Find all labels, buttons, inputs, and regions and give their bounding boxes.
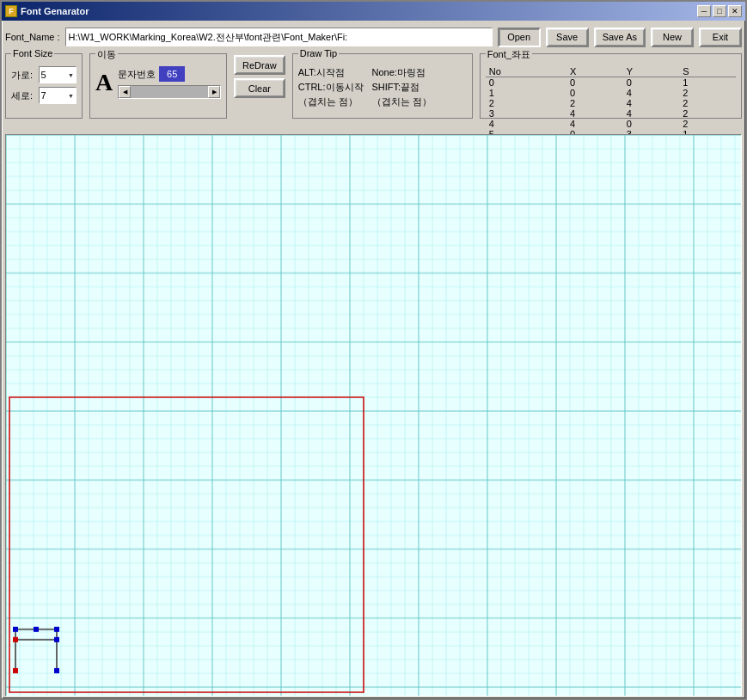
col-no: No bbox=[486, 66, 566, 77]
idong-group: 이동 A 문자번호 65 ◀ ▶ bbox=[89, 53, 227, 119]
draw-tip-label: Draw Tip bbox=[298, 48, 339, 58]
drawing-canvas[interactable] bbox=[6, 135, 741, 696]
redraw-clear-group: ReDraw Clear bbox=[234, 53, 285, 98]
font-size-group: Font Size 가로: 5 ▼ 세로: 7 ▼ bbox=[5, 53, 83, 119]
sero-row: 세로: 7 ▼ bbox=[11, 87, 77, 104]
app-icon: F bbox=[5, 5, 17, 17]
sero-label: 세로: bbox=[11, 89, 35, 102]
shift-desc: （겹치는 점） bbox=[372, 95, 432, 108]
garo-combo[interactable]: 5 ▼ bbox=[39, 66, 77, 83]
controls-row: Font Size 가로: 5 ▼ 세로: 7 ▼ bbox=[5, 53, 742, 131]
idong-inner: A 문자번호 65 ◀ ▶ bbox=[95, 66, 221, 99]
draw-tip-col-right: None:마링점 SHIFT:끝점 （겹치는 점） bbox=[372, 66, 432, 108]
big-a: A bbox=[95, 71, 113, 95]
garo-value: 5 bbox=[41, 70, 46, 80]
save-button[interactable]: Save bbox=[546, 28, 589, 47]
col-s: S bbox=[679, 66, 736, 77]
shift-tip: SHIFT:끝점 bbox=[372, 81, 432, 94]
none-tip: None:마링점 bbox=[372, 66, 432, 79]
draw-tip-col-left: ALT:시작점 CTRL:이동시작 （겹치는 점） bbox=[298, 66, 364, 108]
redraw-button[interactable]: ReDraw bbox=[234, 55, 285, 75]
munja-label: 문자번호 bbox=[118, 68, 156, 81]
col-x: X bbox=[566, 66, 623, 77]
scroll-track[interactable] bbox=[131, 86, 208, 98]
col-y: Y bbox=[623, 66, 680, 77]
exit-button[interactable]: Exit bbox=[699, 28, 742, 47]
garo-label: 가로: bbox=[11, 69, 35, 82]
font-name-label: Font_Name : bbox=[5, 32, 60, 42]
munja-row: 문자번호 65 ◀ ▶ bbox=[118, 66, 221, 99]
sero-arrow: ▼ bbox=[68, 93, 74, 99]
sero-value: 7 bbox=[41, 90, 46, 101]
ctrl-desc: （겹치는 점） bbox=[298, 95, 364, 108]
save-as-button[interactable]: Save As bbox=[594, 28, 646, 47]
clear-button[interactable]: Clear bbox=[234, 78, 285, 98]
maximize-button[interactable]: □ bbox=[713, 5, 726, 17]
sero-combo[interactable]: 7 ▼ bbox=[39, 87, 77, 104]
alt-tip: ALT:시작점 bbox=[298, 66, 364, 79]
font-coord-group: Font_좌표 No X Y S 00011042224234424402503… bbox=[480, 53, 742, 119]
main-content: Font_Name : Open Save Save As New Exit F… bbox=[2, 21, 745, 700]
draw-tip-content: ALT:시작점 CTRL:이동시작 （겹치는 점） None:마링점 SHIFT… bbox=[298, 66, 467, 108]
main-window: F Font Genarator ─ □ ✕ Font_Name : Open … bbox=[0, 0, 747, 700]
table-row: 1042 bbox=[486, 88, 736, 98]
new-button[interactable]: New bbox=[651, 28, 694, 47]
title-bar-text: F Font Genarator bbox=[5, 5, 89, 17]
font-size-label: Font Size bbox=[11, 48, 54, 58]
draw-tip-group: Draw Tip ALT:시작점 CTRL:이동시작 （겹치는 점） None:… bbox=[292, 53, 473, 119]
garo-arrow: ▼ bbox=[68, 72, 74, 78]
garo-row: 가로: 5 ▼ bbox=[11, 66, 77, 83]
main-area bbox=[5, 134, 742, 697]
ctrl-tip: CTRL:이동시작 bbox=[298, 81, 364, 94]
munja-num-box: 65 bbox=[159, 66, 185, 82]
font-coord-label: Font_좌표 bbox=[486, 48, 532, 61]
munja-value: 65 bbox=[167, 69, 177, 79]
table-row: 2242 bbox=[486, 98, 736, 108]
window-title: Font Genarator bbox=[21, 6, 89, 16]
close-button[interactable]: ✕ bbox=[728, 5, 742, 17]
munja-scrollbar[interactable]: ◀ ▶ bbox=[118, 85, 221, 99]
title-buttons: ─ □ ✕ bbox=[697, 5, 742, 17]
table-row: 0001 bbox=[486, 77, 736, 89]
font-path-input[interactable] bbox=[65, 28, 493, 46]
title-bar: F Font Genarator ─ □ ✕ bbox=[2, 2, 745, 21]
scroll-right-arrow[interactable]: ▶ bbox=[208, 86, 220, 98]
table-row: 3442 bbox=[486, 108, 736, 119]
table-row: 4402 bbox=[486, 119, 736, 129]
toolbar-row: Font_Name : Open Save Save As New Exit bbox=[5, 24, 742, 50]
canvas-area[interactable] bbox=[5, 134, 742, 697]
minimize-button[interactable]: ─ bbox=[697, 5, 711, 17]
munja-label-row: 문자번호 65 bbox=[118, 66, 221, 82]
open-button[interactable]: Open bbox=[498, 28, 541, 47]
idong-label: 이동 bbox=[95, 48, 118, 61]
scroll-left-arrow[interactable]: ◀ bbox=[119, 86, 131, 98]
